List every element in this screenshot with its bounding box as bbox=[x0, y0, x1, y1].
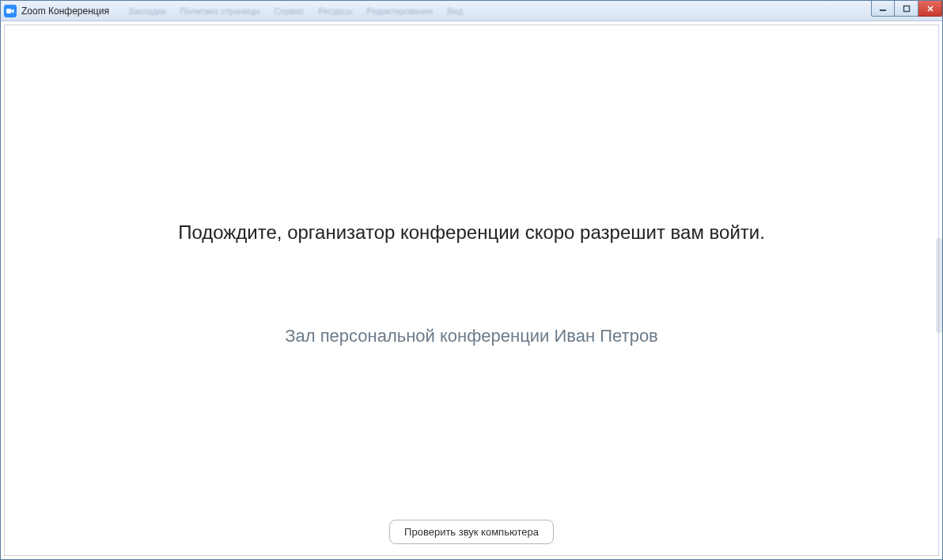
svg-rect-2 bbox=[903, 6, 909, 11]
waiting-room-panel: Подождите, организатор конференции скоро… bbox=[4, 25, 939, 556]
minimize-button[interactable] bbox=[871, 1, 895, 17]
titlebar-left: Zoom Конференция bbox=[4, 5, 109, 17]
window-title: Zoom Конференция bbox=[21, 6, 109, 17]
close-button[interactable] bbox=[918, 1, 942, 17]
menu-item: Политика страницы bbox=[180, 6, 260, 16]
menu-item: Редактирование bbox=[367, 6, 434, 16]
svg-rect-0 bbox=[6, 9, 11, 13]
bottom-controls: Проверить звук компьютера bbox=[5, 520, 938, 544]
maximize-button[interactable] bbox=[895, 1, 918, 17]
menu-item: Вид bbox=[447, 6, 463, 16]
background-menu: Закладки Политика страницы Сервис Ресурс… bbox=[128, 6, 463, 16]
scrollbar-hint bbox=[936, 238, 942, 333]
app-window: Zoom Конференция Закладки Политика стран… bbox=[0, 0, 943, 560]
menu-item: Сервис bbox=[274, 6, 304, 16]
meeting-room-name: Зал персональной конференции Иван Петров bbox=[285, 326, 658, 346]
titlebar: Zoom Конференция Закладки Политика стран… bbox=[1, 1, 942, 21]
waiting-message: Подождите, организатор конференции скоро… bbox=[178, 221, 765, 244]
menu-item: Ресурсы bbox=[318, 6, 352, 16]
test-audio-button[interactable]: Проверить звук компьютера bbox=[389, 520, 554, 544]
svg-rect-1 bbox=[880, 9, 886, 11]
window-controls bbox=[871, 1, 942, 17]
menu-item: Закладки bbox=[128, 6, 166, 16]
zoom-app-icon bbox=[4, 5, 17, 17]
